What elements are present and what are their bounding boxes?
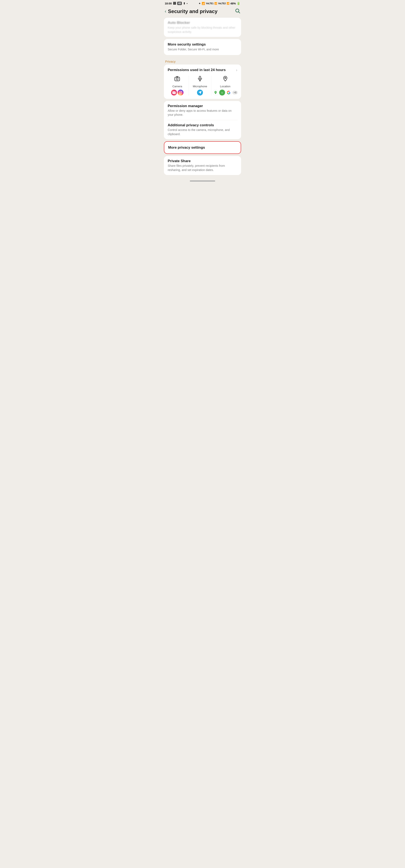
additional-privacy-title: Additional privacy controls	[168, 123, 237, 127]
camera-icon	[174, 76, 180, 83]
app-icon-child	[219, 90, 225, 95]
permissions-title: Permissions used in last 24 hours	[168, 68, 226, 72]
svg-point-15	[221, 91, 224, 94]
back-button[interactable]: ‹	[165, 9, 166, 14]
location-label: Location	[220, 85, 230, 88]
private-share-group: Private Share Share files privately, pre…	[164, 156, 241, 175]
permissions-card[interactable]: Permissions used in last 24 hours › Came…	[164, 64, 241, 99]
private-share-item[interactable]: Private Share Share files privately, pre…	[164, 156, 241, 175]
more-security-subtitle: Secure Folder, Secure Wi-Fi, and more	[168, 48, 237, 52]
camera-label: Camera	[172, 85, 182, 88]
private-share-title: Private Share	[168, 159, 237, 163]
location-more-badge: +8	[232, 91, 238, 94]
svg-rect-10	[199, 76, 201, 79]
lte1-icon: VoLTE1	[206, 2, 213, 5]
page-title: Security and privacy	[168, 8, 218, 14]
auto-blocker-title: Auto Blocker	[168, 21, 237, 25]
camera-column: Camera	[166, 76, 189, 95]
status-left: 18:00 🖼 48 ⬆ ●	[165, 2, 187, 5]
more-security-settings-card[interactable]: More security settings Secure Folder, Se…	[164, 39, 241, 55]
location-column: Location	[211, 76, 239, 95]
camera-apps	[171, 90, 183, 95]
permission-manager-title: Permission manager	[168, 104, 237, 108]
more-privacy-settings-card[interactable]: More privacy settings	[164, 141, 241, 154]
app-icon-selfie	[171, 90, 177, 95]
notification-badge: 48	[177, 2, 182, 5]
app-icon-instagram	[178, 90, 183, 95]
header-left: ‹ Security and privacy	[165, 8, 218, 14]
upload-icon: ⬆	[183, 2, 185, 5]
svg-point-16	[222, 92, 222, 93]
more-privacy-title: More privacy settings	[168, 146, 237, 150]
svg-point-14	[215, 92, 216, 93]
signal2-icon: 📶	[227, 2, 230, 5]
svg-point-9	[181, 92, 182, 92]
more-security-title: More security settings	[168, 42, 237, 46]
location-icon	[222, 76, 228, 83]
bottom-nav-bar	[162, 177, 243, 183]
svg-point-8	[180, 92, 181, 93]
search-button[interactable]	[235, 8, 240, 15]
permissions-row[interactable]: Permissions used in last 24 hours ›	[164, 64, 241, 76]
svg-point-13	[225, 77, 226, 79]
status-right: ✦ 📶 VoLTE1 📶 VoLTE2 📶 48% 🔋	[199, 2, 240, 5]
status-time: 18:00	[165, 2, 172, 5]
microphone-column: Microphone	[189, 76, 211, 95]
permission-manager-item[interactable]: Permission manager Allow or deny apps to…	[164, 101, 241, 120]
header: ‹ Security and privacy	[162, 6, 243, 18]
svg-point-17	[222, 92, 223, 93]
battery-icon: 🔋	[237, 2, 240, 5]
app-icon-telegram	[197, 90, 203, 95]
app-icon-google	[226, 90, 232, 95]
permissions-icons-row: Camera	[164, 76, 241, 99]
auto-blocker-card[interactable]: Auto Blocker Keep your phone safe by blo…	[164, 18, 241, 37]
additional-privacy-item[interactable]: Additional privacy controls Control acce…	[164, 120, 241, 139]
microphone-icon	[197, 76, 203, 83]
auto-blocker-subtitle: Keep your phone safe by blocking threats…	[168, 26, 237, 34]
microphone-apps	[197, 90, 203, 95]
svg-point-3	[176, 78, 178, 80]
chevron-right-icon: ›	[236, 68, 237, 72]
wifi-icon: 📶	[202, 2, 205, 5]
privacy-section-label: Privacy	[162, 57, 243, 64]
battery-percent: 48%	[230, 2, 236, 5]
permission-manager-subtitle: Allow or deny apps to access features or…	[168, 109, 237, 117]
dot-icon: ●	[187, 3, 188, 4]
bluetooth-icon: ✦	[199, 2, 201, 5]
app-icon-google-maps	[213, 90, 219, 95]
microphone-label: Microphone	[193, 85, 207, 88]
svg-line-1	[238, 12, 240, 13]
additional-privacy-subtitle: Control access to the camera, microphone…	[168, 128, 237, 136]
svg-point-6	[174, 92, 174, 93]
private-share-subtitle: Share files privately, prevent recipient…	[168, 164, 237, 172]
permission-manager-group: Permission manager Allow or deny apps to…	[164, 101, 241, 139]
location-apps: +8	[213, 90, 238, 95]
status-bar: 18:00 🖼 48 ⬆ ● ✦ 📶 VoLTE1 📶 VoLTE2 📶 48%…	[162, 0, 243, 6]
photo-icon: 🖼	[173, 2, 176, 5]
signal1-icon: 📶	[214, 2, 217, 5]
lte2-icon: VoLTE2	[218, 2, 226, 5]
nav-pill	[190, 181, 215, 182]
